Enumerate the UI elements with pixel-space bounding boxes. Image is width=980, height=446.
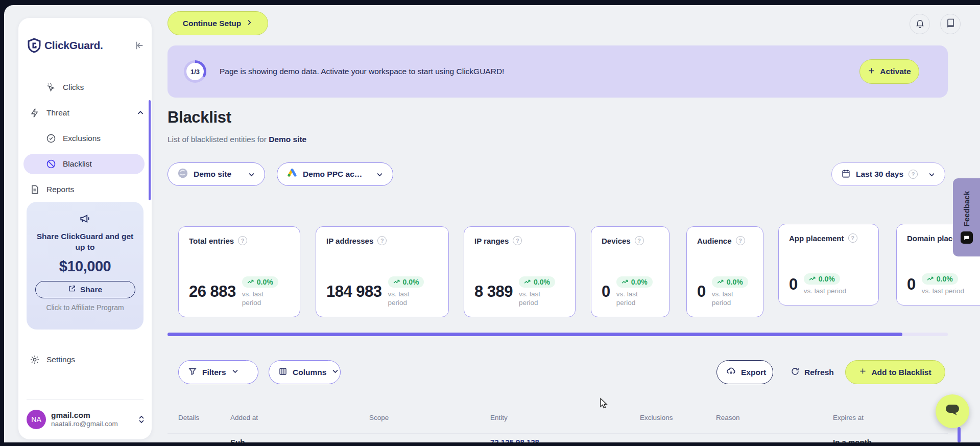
share-button[interactable]: Share (35, 281, 135, 298)
table-header-divider (168, 433, 948, 434)
cloud-download-icon (726, 366, 736, 378)
continue-setup-label: Continue Setup (183, 19, 242, 28)
chevron-down-icon (231, 367, 239, 377)
notifications-button[interactable] (910, 14, 930, 34)
avatar: NA (27, 410, 46, 429)
settings-label: Settings (46, 355, 75, 364)
cards-scrollbar-track[interactable] (168, 333, 948, 336)
megaphone-icon (79, 212, 92, 227)
plus-icon (868, 67, 875, 77)
question-circle-icon: ? (377, 236, 387, 245)
account-name: gmail.com (51, 411, 118, 420)
columns-button[interactable]: Columns (269, 360, 341, 384)
column-header-added-at[interactable]: Added at (230, 414, 258, 421)
add-to-blacklist-button[interactable]: Add to Blacklist (845, 360, 945, 384)
badge-check-icon (46, 133, 56, 144)
add-to-blacklist-label: Add to Blacklist (871, 368, 931, 377)
stat-caption: vs. last period (616, 290, 653, 308)
chat-widget-button[interactable] (936, 394, 969, 428)
share-button-label: Share (80, 285, 102, 294)
cell-entity[interactable]: 72.125.98.128 (490, 438, 539, 442)
chevron-right-icon (246, 19, 253, 28)
sidebar-scrollbar[interactable] (149, 100, 151, 200)
affiliate-promo-card[interactable]: Share ClickGuard and get up to $10,000 S… (27, 202, 144, 330)
sidebar-item-label: Reports (46, 185, 74, 194)
promo-note: Click to Affiliate Program (46, 303, 124, 312)
sidebar-item-label: Exclusions (63, 134, 101, 143)
mouse-cursor (599, 397, 610, 412)
stat-card-audience: Audience? 0 0.0% vs. last period (686, 226, 763, 317)
account-switcher[interactable]: NA gmail.com naatali.ro@gmail.com (27, 407, 146, 432)
trend-up-icon (927, 276, 934, 282)
clickguard-logo-icon (28, 38, 41, 53)
delta-badge: 0.0% (242, 276, 278, 288)
banner-message: Page is showing demo data. Activate your… (220, 67, 504, 76)
filters-button[interactable]: Filters (178, 360, 258, 384)
column-header-exclusions[interactable]: Exclusions (640, 414, 673, 421)
cell-expires-at: In a month (833, 438, 872, 442)
trend-up-icon (524, 279, 531, 285)
feedback-tab[interactable]: Feedback (953, 178, 980, 256)
chevron-up-icon[interactable] (136, 109, 145, 117)
sidebar-item-label: Threat (46, 108, 69, 118)
column-header-details[interactable]: Details (178, 414, 199, 421)
export-button[interactable]: Export (716, 360, 773, 384)
delta-badge: 0.0% (388, 276, 424, 288)
delta-badge: 0.0% (804, 273, 840, 285)
trend-up-icon (393, 279, 400, 285)
columns-label: Columns (293, 368, 326, 377)
stat-label: IP ranges (474, 237, 509, 245)
sidebar-item-blacklist[interactable]: Blacklist (23, 154, 145, 174)
stat-caption: vs. last period (922, 287, 964, 296)
sidebar-item-label: Clicks (63, 83, 84, 92)
filters-label: Filters (202, 368, 226, 377)
funnel-icon (188, 367, 197, 378)
chevron-down-icon (376, 171, 384, 178)
delta-badge: 0.0% (922, 273, 958, 285)
sidebar-item-clicks[interactable]: Clicks (23, 77, 145, 98)
column-header-scope[interactable]: Scope (369, 414, 389, 421)
stat-caption: vs. last period (519, 290, 556, 308)
sidebar-item-reports[interactable]: Reports (23, 179, 145, 200)
sidebar-divider (27, 400, 144, 400)
activate-button[interactable]: Activate (859, 59, 919, 84)
promo-heading: Share ClickGuard and get up to (37, 231, 134, 253)
trend-up-icon (622, 279, 629, 285)
date-range-selector[interactable]: Last 30 days ? (831, 162, 945, 186)
question-circle-icon: ? (848, 233, 857, 243)
column-header-reason[interactable]: Reason (716, 414, 740, 421)
sidebar-item-settings[interactable]: Settings (30, 349, 75, 370)
ppc-account-selector[interactable]: Demo PPC ac… (277, 162, 393, 186)
sidebar-item-exclusions[interactable]: Exclusions (23, 128, 145, 149)
refresh-button[interactable]: Refresh (791, 360, 834, 384)
table-scrollbar[interactable] (958, 427, 961, 442)
app-window: ClickGuard. Clicks Threat Exclusio (4, 5, 980, 442)
collapse-sidebar-icon[interactable] (133, 40, 145, 51)
ppc-account-value: Demo PPC ac… (303, 170, 362, 179)
export-label: Export (741, 368, 766, 377)
delta-badge: 0.0% (616, 276, 653, 288)
question-circle-icon: ? (736, 236, 745, 245)
stat-value: 0 (789, 275, 798, 294)
column-header-expires-at[interactable]: Expires at (833, 414, 864, 421)
stat-value: 0 (907, 275, 916, 294)
document-icon (30, 184, 40, 195)
demo-data-banner: 1/3 Page is showing demo data. Activate … (168, 45, 948, 98)
continue-setup-button[interactable]: Continue Setup (168, 11, 268, 35)
cursor-click-icon (46, 82, 56, 92)
logo-text: ClickGuard. (44, 39, 103, 52)
column-header-entity[interactable]: Entity (490, 414, 508, 421)
delta-badge: 0.0% (712, 276, 748, 288)
stat-label: IP addresses (326, 237, 373, 245)
cards-scrollbar-thumb[interactable] (168, 333, 902, 336)
site-selector[interactable]: Demo site (168, 162, 265, 186)
page-title: Blacklist (168, 108, 231, 127)
feedback-chat-icon (961, 231, 973, 244)
stat-caption: vs. last period (242, 290, 279, 308)
chevron-down-icon (331, 367, 339, 377)
docs-button[interactable] (940, 14, 961, 34)
calendar-icon (841, 169, 851, 180)
question-circle-icon: ? (635, 236, 644, 245)
sidebar-item-threat[interactable]: Threat (23, 103, 145, 123)
question-circle-icon: ? (909, 170, 918, 179)
